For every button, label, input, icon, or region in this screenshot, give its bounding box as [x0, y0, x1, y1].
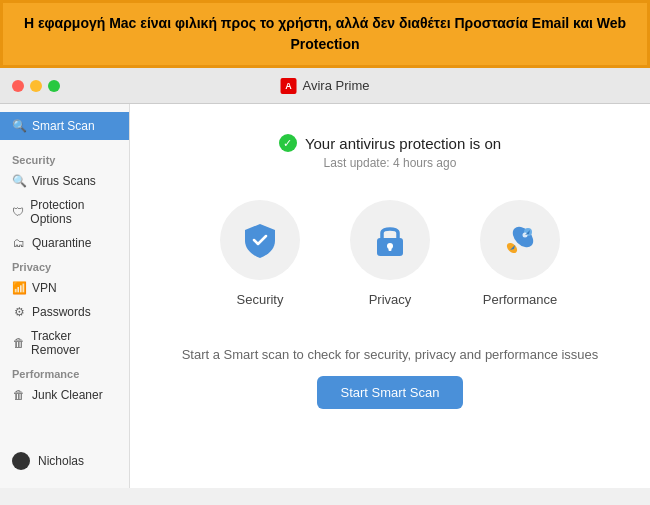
performance-rocket-icon [501, 221, 539, 259]
sidebar-item-protection-options[interactable]: 🛡 Protection Options [0, 193, 129, 231]
window-title: A Avira Prime [281, 78, 370, 94]
traffic-lights [12, 80, 60, 92]
junk-cleaner-icon: 🗑 [12, 388, 26, 402]
title-bar: A Avira Prime [0, 68, 650, 104]
scan-prompt-text: Start a Smart scan to check for security… [182, 347, 599, 362]
quarantine-label: Quarantine [32, 236, 91, 250]
annotation-banner: Η εφαρμογή Mac είναι φιλική προς το χρήσ… [0, 0, 650, 68]
feature-privacy: Privacy [350, 200, 430, 307]
user-profile[interactable]: Nicholas [0, 442, 129, 480]
smart-scan-icon: 🔍 [12, 119, 26, 133]
minimize-button[interactable] [30, 80, 42, 92]
sidebar-section-security: Security [0, 148, 129, 169]
performance-label: Performance [483, 292, 557, 307]
protection-options-icon: 🛡 [12, 205, 24, 219]
privacy-label: Privacy [369, 292, 412, 307]
vpn-icon: 📶 [12, 281, 26, 295]
title-text: Avira Prime [303, 78, 370, 93]
junk-cleaner-label: Junk Cleaner [32, 388, 103, 402]
main-content: ✓ Your antivirus protection is on Last u… [130, 104, 650, 488]
security-shield-icon [241, 221, 279, 259]
tracker-remover-label: Tracker Remover [31, 329, 117, 357]
status-text: Your antivirus protection is on [305, 135, 501, 152]
quarantine-icon: 🗂 [12, 236, 26, 250]
status-indicator: ✓ [279, 134, 297, 152]
sidebar-item-tracker-remover[interactable]: 🗑 Tracker Remover [0, 324, 129, 362]
sidebar: 🔍 Smart Scan Security 🔍 Virus Scans 🛡 Pr… [0, 104, 130, 488]
sidebar-item-vpn[interactable]: 📶 VPN [0, 276, 129, 300]
security-label: Security [237, 292, 284, 307]
sidebar-item-junk-cleaner[interactable]: 🗑 Junk Cleaner [0, 383, 129, 407]
svg-rect-2 [389, 246, 392, 251]
close-button[interactable] [12, 80, 24, 92]
privacy-lock-icon [373, 221, 407, 259]
features-row: Security Privacy [220, 200, 560, 307]
start-smart-scan-button[interactable]: Start Smart Scan [317, 376, 464, 409]
feature-performance: Performance [480, 200, 560, 307]
security-circle [220, 200, 300, 280]
user-name-label: Nicholas [38, 454, 84, 468]
passwords-label: Passwords [32, 305, 91, 319]
sidebar-item-virus-scans[interactable]: 🔍 Virus Scans [0, 169, 129, 193]
maximize-button[interactable] [48, 80, 60, 92]
sidebar-item-quarantine[interactable]: 🗂 Quarantine [0, 231, 129, 255]
banner-text: Η εφαρμογή Mac είναι φιλική προς το χρήσ… [24, 15, 626, 52]
protection-options-label: Protection Options [30, 198, 117, 226]
vpn-label: VPN [32, 281, 57, 295]
passwords-icon: ⚙ [12, 305, 26, 319]
status-row: ✓ Your antivirus protection is on [279, 134, 501, 152]
sidebar-section-privacy: Privacy [0, 255, 129, 276]
app-window: A Avira Prime 🔍 Smart Scan Security 🔍 Vi… [0, 68, 650, 488]
app-body: 🔍 Smart Scan Security 🔍 Virus Scans 🛡 Pr… [0, 104, 650, 488]
virus-scans-label: Virus Scans [32, 174, 96, 188]
privacy-circle [350, 200, 430, 280]
avira-logo-icon: A [281, 78, 297, 94]
performance-circle [480, 200, 560, 280]
user-avatar-icon [12, 452, 30, 470]
feature-security: Security [220, 200, 300, 307]
sidebar-item-smart-scan[interactable]: 🔍 Smart Scan [0, 112, 129, 140]
smart-scan-label: Smart Scan [32, 119, 95, 133]
tracker-remover-icon: 🗑 [12, 336, 25, 350]
sidebar-item-passwords[interactable]: ⚙ Passwords [0, 300, 129, 324]
status-subtext: Last update: 4 hours ago [324, 156, 457, 170]
virus-scans-icon: 🔍 [12, 174, 26, 188]
sidebar-section-performance: Performance [0, 362, 129, 383]
